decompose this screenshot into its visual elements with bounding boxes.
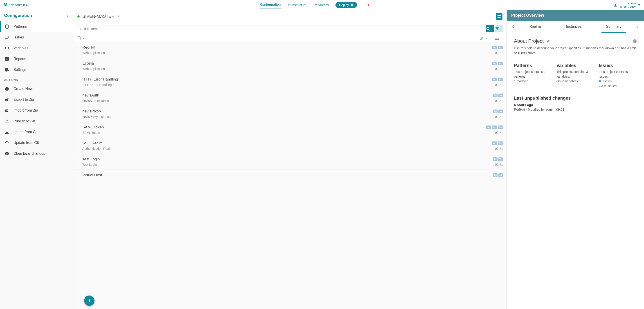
add-pattern-fab[interactable]: + xyxy=(84,296,94,306)
about-heading: About Project i xyxy=(514,38,637,44)
tab-realms[interactable]: Realms xyxy=(525,21,546,33)
pattern-badges: ApAp xyxy=(492,46,503,49)
svg-rect-1 xyxy=(6,25,8,28)
pattern-item[interactable]: Ecosia ApAp Web Application 09:21 xyxy=(73,58,506,74)
project-name[interactable]: SIVEN-MASTER xyxy=(82,14,114,19)
tab-prev-button[interactable] xyxy=(510,22,517,31)
search-icon xyxy=(486,27,490,30)
sidebar-item-label: Patterns xyxy=(14,24,27,28)
sidebar-item-issues[interactable]: Issues xyxy=(0,32,73,43)
code-icon xyxy=(4,46,10,50)
svg-point-0 xyxy=(615,3,616,5)
pattern-badge: SA xyxy=(498,125,503,129)
user-text: admin Tenant: DEV xyxy=(620,1,636,8)
sidebar-action-label: Export to Zip xyxy=(14,98,34,102)
chevron-down-icon[interactable] xyxy=(83,38,84,39)
sidebar-action-clear-changes[interactable]: Clear local changes xyxy=(0,148,73,159)
go-to-variables-link[interactable]: Go to Variables... xyxy=(556,79,594,84)
pattern-badge: Ap xyxy=(492,46,497,49)
pattern-badges: AdAp xyxy=(492,78,503,81)
user-name: admin xyxy=(620,1,636,5)
nav-resources[interactable]: Resources xyxy=(313,1,329,9)
pattern-badge: Au xyxy=(492,141,497,145)
deploy-button[interactable]: Deploy xyxy=(336,2,357,8)
sidebar-action-create-new[interactable]: Create New xyxy=(0,83,73,94)
app-logo[interactable]: N nevisAdmin 4 xyxy=(4,2,28,7)
pattern-list[interactable]: RedHat ApAp Web Application 09:21 Ecosia… xyxy=(73,42,506,309)
sidebar-action-publish-git[interactable]: Publish to Git xyxy=(0,116,73,127)
tag-icon xyxy=(4,35,10,39)
sidebar-item-variables[interactable]: Variables xyxy=(0,43,73,53)
info-icon[interactable]: i xyxy=(633,39,637,43)
edit-icon[interactable] xyxy=(546,39,550,43)
pattern-item[interactable]: SSO Realm AuRe Authentication Realm 09:2… xyxy=(73,138,506,154)
gear-icon xyxy=(4,67,10,72)
grid-view-button[interactable] xyxy=(496,13,502,20)
overview-header: Project Overview xyxy=(507,10,644,21)
sidebar-action-export-zip[interactable]: ZIP Export to Zip xyxy=(0,94,73,105)
svg-rect-5 xyxy=(7,58,8,60)
user-icon xyxy=(614,3,617,7)
select-all-checkbox[interactable] xyxy=(77,36,80,40)
chevron-left-icon xyxy=(512,25,514,28)
collapse-icon[interactable]: « xyxy=(66,13,69,18)
pattern-badges: AuIn xyxy=(493,94,503,97)
sidebar-header: Configuration « xyxy=(0,10,73,21)
sidebar-action-label: Create New xyxy=(14,87,32,91)
sidebar-item-label: Settings xyxy=(14,68,26,72)
user-area[interactable]: admin Tenant: DEV xyxy=(614,1,640,8)
pattern-name: Test Login xyxy=(82,157,100,161)
pattern-item[interactable]: Virtual Host ApVi xyxy=(73,170,506,182)
app-name: nevisAdmin 4 xyxy=(8,3,28,7)
sidebar-item-settings[interactable]: Settings xyxy=(0,64,73,75)
tab-instances[interactable]: Instances xyxy=(562,21,586,33)
pattern-name: Virtual Host xyxy=(82,173,102,177)
project-header: SIVEN-MASTER xyxy=(73,10,506,23)
chevron-down-icon[interactable] xyxy=(501,38,503,39)
pattern-badge: Ap xyxy=(498,46,503,49)
chevron-down-icon[interactable] xyxy=(117,15,120,17)
pattern-item[interactable]: nevisProxy ApIn nevisProxy Instance 09:2… xyxy=(73,106,506,122)
clock-icon[interactable] xyxy=(480,36,483,40)
chevron-down-icon[interactable] xyxy=(485,38,487,39)
download-icon xyxy=(4,130,10,134)
plus-circle-icon xyxy=(4,87,10,91)
pattern-type: HTTP Error Handling xyxy=(82,83,112,87)
filter-icon xyxy=(495,27,499,30)
tab-next-button[interactable] xyxy=(634,22,641,31)
svg-rect-2 xyxy=(6,24,8,25)
sidebar-action-import-zip[interactable]: ZIP Import from Zip xyxy=(0,105,73,116)
pattern-item[interactable]: RedHat ApAp Web Application 09:21 xyxy=(73,42,506,58)
pattern-item[interactable]: Test Login AuTe Test Login 09:21 xyxy=(73,154,506,170)
search-button[interactable] xyxy=(486,25,494,32)
sidebar-item-patterns[interactable]: Patterns xyxy=(0,21,73,32)
pattern-name: nevisProxy xyxy=(82,109,101,114)
sidebar-action-import-git[interactable]: Import from Git xyxy=(0,127,73,137)
svg-rect-4 xyxy=(6,59,6,60)
pattern-type: SAML Token xyxy=(82,131,100,134)
pattern-item[interactable]: nevisAuth AuIn nevisAuth Instance 09:21 xyxy=(73,90,506,106)
grid-icon xyxy=(497,15,501,18)
chevron-right-icon xyxy=(636,25,638,28)
nav-configuration[interactable]: Configuration xyxy=(260,0,281,9)
pattern-item[interactable]: HTTP Error Handling AdAp HTTP Error Hand… xyxy=(73,74,506,90)
pattern-name: SSO Realm xyxy=(82,141,102,145)
search-input[interactable] xyxy=(77,25,486,32)
svg-rect-6 xyxy=(8,58,8,60)
sidebar-action-update-git[interactable]: Update from Git xyxy=(0,137,73,148)
pattern-badge: Au xyxy=(493,94,498,97)
pattern-type: nevisProxy Instance xyxy=(82,115,110,118)
sidebar-item-reports[interactable]: Reports xyxy=(0,53,73,64)
go-to-issues-link[interactable]: Go to Issues... xyxy=(599,84,637,88)
nav-infrastructure[interactable]: Infrastructure xyxy=(287,1,307,9)
list-view-icon[interactable] xyxy=(495,37,499,40)
top-bar: N nevisAdmin 4 Configuration Infrastruct… xyxy=(0,0,644,10)
tab-summary[interactable]: Summary xyxy=(602,21,626,33)
filter-button[interactable] xyxy=(495,25,503,32)
stats-row: Patterns This project contains 9 pattern… xyxy=(514,63,637,88)
arrow-annotation xyxy=(368,5,384,5)
pattern-type: Authentication Realm xyxy=(82,147,112,150)
pattern-item[interactable]: SAML Token AdAuSA SAML Token 09:21 xyxy=(73,122,506,138)
pattern-badge: In xyxy=(498,109,503,113)
pattern-time: 09:21 xyxy=(495,115,503,118)
